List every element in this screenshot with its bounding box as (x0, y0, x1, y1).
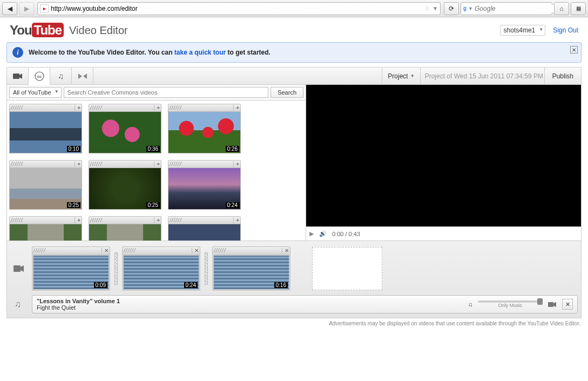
tab-cc[interactable]: cc (29, 68, 50, 85)
youtube-logo[interactable]: YouTube (10, 23, 64, 38)
clip-drag-handle[interactable]: + (9, 104, 82, 111)
library-clip[interactable]: + 0:36 (89, 104, 161, 153)
clip-drag-handle[interactable]: + (9, 160, 82, 168)
transition-gap[interactable] (205, 252, 208, 285)
clip-drag-handle[interactable]: ✕ (32, 246, 110, 254)
star-icon[interactable]: ☆ (424, 5, 430, 12)
original-audio-icon (548, 302, 557, 308)
library-clip[interactable]: + 0:25 (9, 160, 82, 210)
page-header: YouTube Video Editor shots4me1 Sign Out (0, 17, 588, 42)
clip-drag-handle[interactable]: + (89, 104, 161, 111)
clip-thumbnail[interactable]: 0:24 (168, 168, 241, 210)
library-search-input[interactable] (64, 87, 269, 98)
cc-icon: cc (35, 71, 44, 81)
clip-add-button[interactable]: + (154, 217, 160, 223)
clip-add-button[interactable]: + (154, 105, 160, 111)
clip-thumbnail[interactable]: 0:26 (168, 111, 241, 153)
tab-music[interactable]: ♫ (50, 68, 72, 84)
clip-remove-button[interactable]: ✕ (192, 248, 199, 253)
clip-add-button[interactable]: + (75, 105, 80, 111)
transition-gap[interactable] (114, 252, 118, 285)
account-menu[interactable]: shots4me1 (500, 25, 546, 36)
browser-search-input[interactable] (475, 5, 556, 12)
audio-remove-button[interactable]: ✕ (562, 299, 573, 310)
video-track[interactable]: ✕ 0:09 ✕ 0:24 ✕ 0:16 (10, 244, 578, 293)
tab-transitions[interactable] (72, 68, 93, 84)
home-button[interactable]: ⌂ (554, 2, 569, 15)
welcome-notice: i Welcome to the YouTube Video Editor. Y… (6, 42, 582, 63)
clip-grid[interactable]: + 0:10 + 0:36 + 0:26 + 0:25 + 0:25 + 0:2… (7, 101, 306, 240)
clip-add-button[interactable]: + (154, 161, 160, 167)
project-menu[interactable]: Project (382, 68, 420, 84)
clip-drag-handle[interactable]: + (168, 216, 241, 224)
clip-remove-button[interactable]: ✕ (102, 248, 109, 253)
clip-add-button[interactable]: + (75, 161, 80, 167)
clip-drag-handle[interactable]: + (9, 216, 82, 224)
clip-add-button[interactable]: + (75, 217, 80, 223)
clip-drag-handle[interactable]: + (89, 160, 161, 168)
clip-add-button[interactable]: + (233, 161, 239, 167)
publish-button[interactable]: Publish (544, 68, 581, 84)
clip-thumbnail[interactable] (168, 224, 241, 240)
browser-chrome: ◀ ▶ ▶ ☆ ▼ ⟳ g ▼ ⌂ ▦ (0, 0, 588, 17)
library-clip[interactable]: + (89, 216, 161, 240)
editor-toolbar: cc ♫ Project Project of Wed 15 Jun 2011 … (6, 67, 582, 84)
clip-thumbnail[interactable]: 0:25 (9, 168, 82, 210)
timeline-thumbnail[interactable]: 0:16 (212, 254, 290, 291)
clip-drag-handle[interactable]: + (89, 216, 161, 224)
scope-dropdown[interactable]: All of YouTube (9, 87, 62, 98)
clip-thumbnail[interactable]: 0:36 (89, 111, 161, 153)
clip-add-button[interactable]: + (233, 105, 239, 111)
back-button[interactable]: ◀ (2, 2, 17, 15)
tour-link[interactable]: take a quick tour (174, 49, 226, 56)
signout-link[interactable]: Sign Out (553, 26, 578, 34)
play-button[interactable]: ▶ (309, 230, 314, 237)
library-search-button[interactable]: Search (271, 87, 303, 98)
clip-drag-handle[interactable]: + (168, 160, 241, 168)
library-clip[interactable]: + (9, 216, 82, 240)
volume-button[interactable]: 🔊 (319, 230, 327, 237)
music-icon: ♫ (58, 71, 64, 81)
search-dropdown-icon[interactable]: ▼ (468, 6, 473, 11)
clip-thumbnail[interactable]: 0:10 (9, 111, 82, 153)
audio-clip[interactable]: "Lessons in Vanity" volume 1 Fight the Q… (32, 295, 578, 313)
menu-button[interactable]: ▦ (571, 2, 586, 15)
project-name-field[interactable]: Project of Wed 15 Jun 2011 07:34:59 PM P (420, 68, 544, 84)
audio-mix-slider[interactable] (478, 300, 543, 303)
video-player[interactable] (306, 85, 581, 226)
notice-close-button[interactable]: ✕ (570, 46, 578, 54)
clip-drag-handle[interactable]: ✕ (212, 246, 290, 254)
clip-add-button[interactable]: + (233, 217, 239, 223)
library-clip[interactable]: + (168, 216, 241, 240)
url-bar[interactable]: ▶ ☆ ▼ (37, 2, 441, 15)
library-clip[interactable]: + 0:25 (89, 160, 161, 210)
library-clip[interactable]: + 0:26 (168, 104, 241, 153)
clip-thumbnail[interactable]: 0:25 (89, 168, 161, 210)
clip-remove-button[interactable]: ✕ (282, 248, 289, 253)
timeline-drop-target[interactable] (312, 247, 382, 290)
timeline-thumbnail[interactable]: 0:24 (122, 254, 200, 291)
audio-track[interactable]: ♫ "Lessons in Vanity" volume 1 Fight the… (10, 293, 578, 316)
transition-icon (78, 73, 87, 79)
library-pane: All of YouTube Search + 0:10 + 0:36 + 0:… (7, 85, 306, 240)
timeline-thumbnail[interactable]: 0:09 (32, 254, 110, 291)
library-clip[interactable]: + 0:24 (168, 160, 241, 210)
audio-title: "Lessons in Vanity" volume 1 (37, 298, 120, 304)
clip-thumbnail[interactable] (9, 224, 82, 240)
player-controls: ▶ 🔊 0:00 / 0:43 (306, 226, 581, 240)
timeline-clip[interactable]: ✕ 0:24 (122, 246, 200, 291)
library-clip[interactable]: + 0:10 (9, 104, 82, 153)
timeline-clip[interactable]: ✕ 0:09 (32, 246, 110, 291)
clip-drag-handle[interactable]: ✕ (122, 246, 200, 254)
url-input[interactable] (51, 5, 422, 12)
dropdown-icon[interactable]: ▼ (432, 5, 438, 11)
clip-duration: 0:26 (226, 146, 239, 152)
tab-camera[interactable] (7, 68, 29, 84)
reload-button[interactable]: ⟳ (444, 2, 459, 15)
browser-search[interactable]: g ▼ (461, 2, 552, 15)
clip-thumbnail[interactable] (89, 224, 161, 240)
music-icon: ♫ (468, 301, 472, 308)
clip-drag-handle[interactable]: + (168, 104, 241, 111)
favicon-icon: ▶ (40, 4, 49, 13)
timeline-clip[interactable]: ✕ 0:16 (212, 246, 290, 291)
